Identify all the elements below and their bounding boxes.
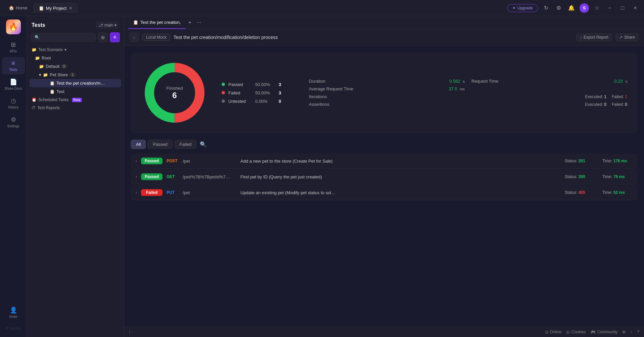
- content-tab-add-button[interactable]: +: [186, 16, 194, 29]
- home-label: Home: [16, 5, 28, 10]
- share-docs-label: Share Docs: [4, 87, 22, 90]
- filter-tab-passed[interactable]: Passed: [148, 140, 172, 149]
- content-tab-icon: 📋: [133, 20, 138, 25]
- iterations-values: Executed: 1 Failed: 1: [585, 94, 627, 99]
- passed-stat-pct: 50.00%: [255, 82, 275, 87]
- branch-selector[interactable]: ⎇ main ▾: [96, 22, 119, 29]
- share-small-icon: ↑: [630, 330, 632, 334]
- tree-test-item[interactable]: 📋 Test: [30, 87, 121, 96]
- test-method-label: POST: [167, 159, 179, 163]
- search-icon: 🔍: [35, 35, 40, 40]
- filter-tab-all[interactable]: All: [131, 140, 146, 149]
- test-description-label: Update an existing pet (Modify pet statu…: [240, 190, 561, 195]
- test-path-label: /pet: [183, 159, 236, 164]
- iterations-label: Iterations: [309, 94, 327, 99]
- help-button[interactable]: ?: [637, 330, 639, 334]
- plus-icon-button[interactable]: ⊕: [622, 330, 626, 334]
- assertions-row: Assertions Executed: 0 Failed: 0: [309, 102, 627, 107]
- online-status[interactable]: ◎ Online: [545, 330, 562, 334]
- row-chevron-icon: ›: [136, 159, 137, 163]
- assertions-label: Assertions: [309, 102, 329, 107]
- test-row[interactable]: › Passed GET /pet/%7B%7BpetId%7… Find pe…: [131, 169, 637, 184]
- share-button[interactable]: ↗ Share: [615, 33, 639, 41]
- content-tab-more-button[interactable]: ···: [194, 16, 204, 29]
- bookmark-button[interactable]: ☆: [592, 3, 602, 13]
- tree-test-reports-header[interactable]: ⏱ Test Reports: [30, 104, 121, 112]
- test-item-doc-icon: 📋: [50, 89, 55, 94]
- share-small-button[interactable]: ↑: [630, 330, 632, 334]
- assertions-inner-row: Assertions Executed: 0 Failed: 0: [309, 102, 627, 107]
- community-item[interactable]: 🎮 Community: [591, 330, 618, 334]
- test-method-label: GET: [167, 174, 179, 179]
- online-label: Online: [550, 330, 562, 334]
- request-time-value-group: 0.23 s: [614, 79, 627, 84]
- search-box[interactable]: 🔍: [31, 33, 96, 42]
- maximize-button[interactable]: □: [618, 3, 627, 13]
- back-button[interactable]: ←: [130, 33, 139, 42]
- avg-request-value-group: 37.5 ms: [449, 86, 465, 91]
- home-tab[interactable]: 🏠 Home: [4, 3, 32, 12]
- minimize-button[interactable]: −: [605, 3, 614, 13]
- content-tab-active[interactable]: 📋 Test the pet creation,: [128, 16, 186, 29]
- sidebar-item-settings[interactable]: ⚙ Settings: [2, 113, 25, 131]
- cookies-item[interactable]: ◎ Cookies: [566, 330, 586, 334]
- pet-store-folder-icon: 📁: [43, 73, 48, 77]
- sidebar-item-tests[interactable]: ≡ Tests: [2, 57, 25, 74]
- default-folder-icon: 📁: [39, 64, 44, 69]
- sidebar-item-history[interactable]: ◷ History: [2, 94, 25, 112]
- tree-test-scenario-header[interactable]: 📁 Test Scenario ▾: [30, 46, 121, 54]
- left-panel-header: Tests ⎇ main ▾: [27, 16, 124, 32]
- row-chevron-icon: ›: [136, 174, 137, 179]
- online-icon: ◎: [545, 330, 548, 334]
- tree-default-item[interactable]: 📁 Default 0: [30, 62, 121, 71]
- upgrade-button[interactable]: ✦ Upgrade: [507, 4, 538, 12]
- settings-icon-button[interactable]: ⚙: [554, 3, 563, 13]
- share-icon: ↗: [619, 35, 623, 40]
- project-tab-label: My Project: [46, 6, 66, 11]
- bottom-back[interactable]: |←: [129, 330, 134, 334]
- pet-store-label: Pet Store: [50, 72, 68, 77]
- assert-executed: Executed: 0: [585, 102, 606, 107]
- sidebar-item-share-docs[interactable]: 📄 Share Docs: [2, 76, 25, 93]
- export-report-button[interactable]: ↓ Export Report: [576, 33, 612, 41]
- app-logo[interactable]: 🔥: [6, 19, 21, 34]
- sidebar-item-apis[interactable]: ⊞ APIs: [2, 38, 25, 56]
- content-title: Test the pet creation/modification/delet…: [174, 35, 573, 40]
- sidebar-item-invite[interactable]: 👤 Invite: [2, 304, 25, 321]
- tree-scheduled-tasks-header[interactable]: ⏰ Scheduled Tasks Beta: [30, 96, 121, 104]
- upgrade-icon: ✦: [512, 6, 516, 10]
- user-avatar[interactable]: S: [580, 3, 589, 13]
- titlebar: 🏠 Home 📋 My Project × ✦ Upgrade ↻ ⚙ 🔔 S …: [0, 0, 644, 16]
- duration-unit: s: [463, 79, 465, 83]
- env-label: Local Mock: [146, 35, 167, 40]
- notifications-button[interactable]: 🔔: [567, 3, 576, 13]
- test-pet-creation-doc-icon: 📋: [50, 81, 55, 86]
- project-tab-close[interactable]: ×: [68, 5, 73, 11]
- add-button[interactable]: +: [110, 32, 120, 42]
- test-pet-creation-label: Test the pet creation/m…: [56, 81, 105, 86]
- bottom-back-icon: |←: [129, 330, 134, 334]
- close-button[interactable]: ×: [631, 3, 640, 13]
- community-icon: 🎮: [591, 330, 596, 334]
- test-status-badge: Passed: [141, 158, 163, 164]
- tree-root-item[interactable]: 📁 Root: [30, 54, 121, 62]
- apidog-logo-icon: ✦: [5, 326, 8, 330]
- apidog-branding: ✦ Apidog: [5, 323, 21, 334]
- refresh-button[interactable]: ↻: [541, 3, 551, 13]
- duration-value: 0.562: [449, 79, 460, 84]
- tree-pet-store-item[interactable]: ▾ 📁 Pet Store 1: [30, 71, 121, 79]
- test-reports-clock-icon: ⏱: [32, 106, 36, 110]
- community-label: Community: [597, 330, 618, 334]
- env-badge[interactable]: Local Mock: [142, 34, 170, 41]
- tree-test-pet-creation-item[interactable]: 📋 Test the pet creation/m…: [30, 79, 121, 87]
- test-row[interactable]: › Passed POST /pet Add a new pet to the …: [131, 154, 637, 169]
- request-time-row: Request Time 0.23 s: [471, 79, 627, 84]
- filter-search-button[interactable]: 🔍: [200, 141, 206, 148]
- test-time-label: Time: 176 ms: [602, 159, 633, 163]
- duration-section: Duration 0.562 s Request Time 0.23 s: [309, 79, 627, 107]
- project-tab[interactable]: 📋 My Project ×: [34, 3, 78, 13]
- test-row[interactable]: › Failed PUT /pet Update an existing pet…: [131, 185, 637, 200]
- filter-tab-failed[interactable]: Failed: [175, 140, 196, 149]
- passed-dot: [222, 83, 225, 86]
- filter-button[interactable]: ⊞: [98, 32, 108, 42]
